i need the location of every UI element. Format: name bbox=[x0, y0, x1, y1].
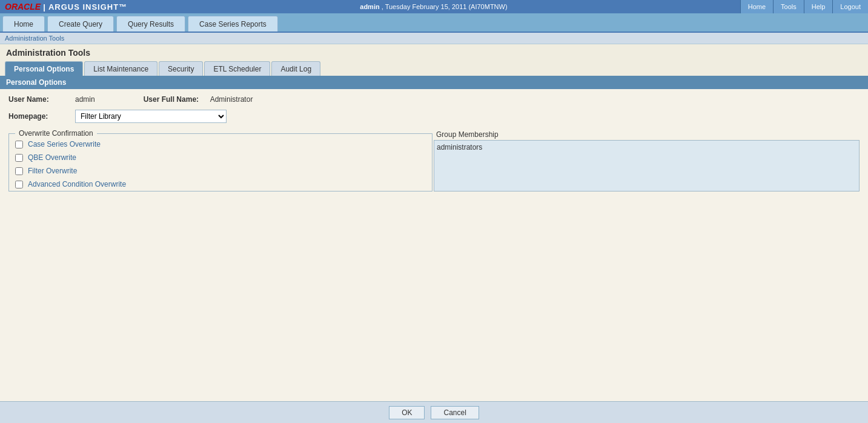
qbe-overwrite-label[interactable]: QBE Overwrite bbox=[28, 153, 76, 162]
tools-nav-button[interactable]: Tools bbox=[773, 0, 804, 13]
help-nav-button[interactable]: Help bbox=[804, 0, 833, 13]
subtab-etl-scheduler[interactable]: ETL Scheduler bbox=[204, 61, 270, 76]
advanced-condition-overwrite-checkbox[interactable] bbox=[15, 181, 23, 188]
logo: ORACLE | ARGUS INSIGHT™ bbox=[0, 2, 127, 12]
overwrite-legend: Overwrite Confirmation bbox=[15, 129, 97, 138]
page-title: Administration Tools bbox=[6, 48, 862, 58]
username-display: admin bbox=[360, 3, 379, 10]
two-col-layout: Overwrite Confirmation Case Series Overw… bbox=[8, 129, 860, 192]
homepage-select[interactable]: Filter Library Case Series Query Results… bbox=[75, 110, 227, 123]
logout-nav-button[interactable]: Logout bbox=[832, 0, 868, 13]
subtab-personal-options[interactable]: Personal Options bbox=[5, 61, 83, 76]
main-navigation: Home Create Query Query Results Case Ser… bbox=[0, 13, 868, 33]
homepage-label: Homepage: bbox=[8, 112, 75, 121]
subtab-list-maintenance[interactable]: List Maintenance bbox=[84, 61, 157, 76]
tab-create-query[interactable]: Create Query bbox=[47, 16, 114, 32]
home-nav-button[interactable]: Home bbox=[740, 0, 773, 13]
page-title-bar: Administration Tools bbox=[0, 44, 868, 61]
subtab-audit-log[interactable]: Audit Log bbox=[271, 61, 320, 76]
fullname-value: Administrator bbox=[210, 95, 253, 104]
advanced-condition-overwrite-label[interactable]: Advanced Condition Overwrite bbox=[28, 180, 126, 188]
group-membership-label: Group Membership bbox=[434, 129, 860, 140]
filter-overwrite-row: Filter Overwrite bbox=[9, 164, 432, 178]
group-membership-wrapper: Group Membership administrators bbox=[434, 129, 860, 192]
tab-query-results[interactable]: Query Results bbox=[116, 16, 185, 32]
section-header: Personal Options bbox=[0, 76, 868, 89]
group-member-item: administrators bbox=[437, 143, 856, 152]
group-membership-box: administrators bbox=[434, 140, 860, 192]
breadcrumb: Administration Tools bbox=[0, 33, 868, 44]
top-nav: Home Tools Help Logout bbox=[740, 0, 868, 13]
case-series-overwrite-label[interactable]: Case Series Overwrite bbox=[28, 140, 101, 148]
overwrite-confirmation-fieldset: Overwrite Confirmation Case Series Overw… bbox=[8, 129, 432, 192]
oracle-text: ORACLE bbox=[5, 2, 41, 12]
qbe-overwrite-row: QBE Overwrite bbox=[9, 151, 432, 164]
tab-case-series-reports[interactable]: Case Series Reports bbox=[188, 16, 278, 32]
case-series-overwrite-checkbox[interactable] bbox=[15, 141, 23, 148]
homepage-row: Homepage: Filter Library Case Series Que… bbox=[8, 110, 860, 123]
subtab-security[interactable]: Security bbox=[159, 61, 203, 76]
filter-overwrite-checkbox[interactable] bbox=[15, 167, 23, 175]
session-info: , Tuesday February 15, 2011 (AI70MTNW) bbox=[382, 3, 508, 10]
username-label: User Name: bbox=[8, 95, 75, 104]
argus-text: | ARGUS INSIGHT™ bbox=[43, 2, 127, 12]
fullname-label: User Full Name: bbox=[144, 95, 210, 104]
content-area: User Name: admin User Full Name: Adminis… bbox=[0, 89, 868, 401]
username-row: User Name: admin User Full Name: Adminis… bbox=[8, 95, 860, 104]
username-value: admin bbox=[75, 95, 95, 104]
sub-tabs: Personal Options List Maintenance Securi… bbox=[0, 61, 868, 76]
filter-overwrite-label[interactable]: Filter Overwrite bbox=[28, 167, 77, 175]
user-info: admin , Tuesday February 15, 2011 (AI70M… bbox=[127, 3, 740, 10]
tab-home[interactable]: Home bbox=[2, 16, 45, 32]
advanced-condition-overwrite-row: Advanced Condition Overwrite bbox=[9, 178, 432, 191]
case-series-overwrite-row: Case Series Overwrite bbox=[9, 138, 432, 151]
qbe-overwrite-checkbox[interactable] bbox=[15, 154, 23, 162]
